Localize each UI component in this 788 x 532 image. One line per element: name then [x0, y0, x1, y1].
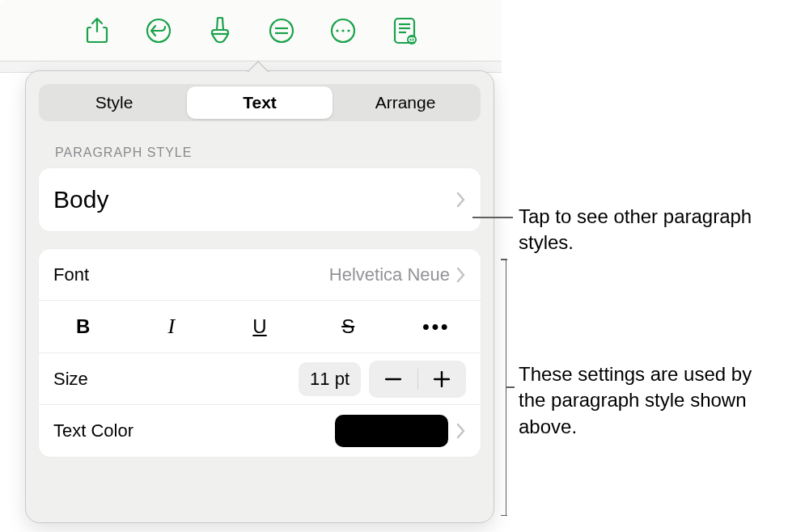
undo-icon [145, 17, 172, 44]
text-style-row: B I U S ••• [39, 301, 481, 353]
bold-button[interactable]: B [39, 301, 127, 353]
underline-button[interactable]: U [215, 301, 303, 353]
more-button[interactable] [328, 15, 358, 46]
callout-settings-used: These settings are used by the paragraph… [519, 361, 777, 440]
text-settings-card: Font Helvetica Neue B I U S ••• Size 11 … [39, 249, 481, 457]
popover-tabs: Style Text Arrange [39, 84, 481, 121]
size-label: Size [53, 369, 88, 390]
size-increase-button[interactable] [418, 361, 467, 398]
format-popover: Style Text Arrange PARAGRAPH STYLE Body … [25, 70, 494, 523]
comment-icon [268, 17, 295, 44]
svg-point-1 [270, 19, 293, 42]
plus-icon [434, 371, 450, 387]
size-row: Size 11 pt [39, 353, 481, 405]
text-color-row[interactable]: Text Color [39, 405, 481, 457]
text-color-label: Text Color [53, 420, 133, 441]
tab-text[interactable]: Text [187, 87, 333, 119]
callout-line [472, 217, 513, 218]
more-icon [329, 17, 357, 44]
format-brush-icon [208, 16, 232, 45]
view-options-icon [392, 16, 417, 45]
paragraph-style-card: Body [39, 168, 481, 231]
format-button[interactable] [205, 15, 235, 46]
popover-caret [247, 61, 269, 72]
font-row[interactable]: Font Helvetica Neue [39, 249, 481, 301]
chevron-right-icon [456, 192, 466, 208]
share-icon [85, 17, 109, 44]
chevron-right-icon [456, 423, 466, 439]
paragraph-style-label: PARAGRAPH STYLE [55, 146, 481, 160]
size-stepper [369, 361, 466, 398]
undo-button[interactable] [143, 15, 174, 46]
font-label: Font [53, 264, 89, 285]
callout-line [506, 386, 515, 388]
paragraph-style-name: Body [53, 186, 108, 213]
strike-button[interactable]: S [304, 301, 392, 353]
text-style-more-button[interactable]: ••• [392, 301, 481, 353]
callout-paragraph-styles: Tap to see other paragraph styles. [519, 204, 761, 256]
top-toolbar [0, 0, 502, 61]
minus-icon [385, 378, 401, 381]
svg-point-7 [347, 29, 350, 32]
size-decrease-button[interactable] [369, 361, 417, 398]
font-value: Helvetica Neue [329, 264, 450, 285]
italic-button[interactable]: I [127, 301, 215, 353]
size-value[interactable]: 11 pt [299, 362, 361, 396]
paragraph-style-row[interactable]: Body [39, 168, 481, 231]
chevron-right-icon [456, 267, 466, 283]
svg-point-5 [336, 29, 338, 32]
tab-style[interactable]: Style [41, 87, 187, 119]
comment-button[interactable] [266, 15, 297, 46]
tab-arrange[interactable]: Arrange [333, 87, 478, 119]
callout-bracket [500, 259, 506, 516]
share-button[interactable] [82, 15, 112, 46]
view-options-button[interactable] [389, 15, 420, 46]
svg-point-14 [411, 39, 413, 40]
svg-point-6 [341, 29, 344, 32]
text-color-swatch[interactable] [335, 415, 448, 447]
